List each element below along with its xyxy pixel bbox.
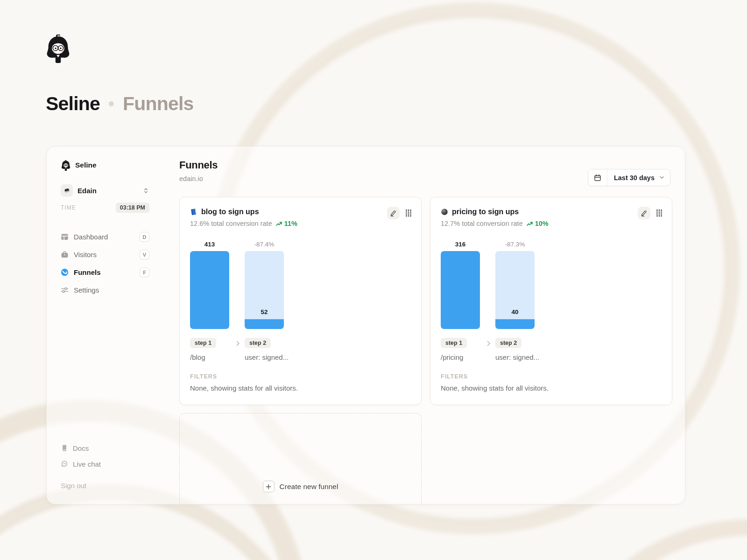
step1-label: /pricing bbox=[441, 353, 480, 361]
create-new-funnel-label: Create new funnel bbox=[280, 483, 338, 491]
trend-value: 11% bbox=[284, 220, 297, 227]
page-heading-brand: Seline bbox=[46, 93, 100, 115]
page-heading: Seline Funnels bbox=[46, 93, 194, 115]
shortcut-key-badge: D bbox=[140, 232, 149, 242]
step2-label: user: signed... bbox=[245, 353, 284, 361]
filters-text: None, showing stats for all visitors. bbox=[441, 384, 549, 392]
chevron-down-icon bbox=[659, 176, 664, 179]
filters-label: FILTERS bbox=[190, 373, 298, 380]
docs-icon bbox=[61, 444, 68, 452]
moon-icon bbox=[441, 208, 448, 216]
time-value-badge: 03:18 PM bbox=[116, 203, 149, 213]
sign-out-link[interactable]: Sign out bbox=[61, 482, 101, 490]
step2-label: user: signed... bbox=[495, 353, 535, 361]
funnel-chart: 316 step 1 /pricing -87.3% bbox=[441, 241, 662, 367]
sidebar-item-label: Funnels bbox=[74, 268, 101, 276]
breadcrumb-separator-dot bbox=[109, 101, 114, 106]
step1-badge: step 1 bbox=[190, 338, 216, 348]
funnel-filters: FILTERS None, showing stats for all visi… bbox=[190, 373, 298, 392]
chevron-right-icon bbox=[487, 341, 491, 346]
date-range-value[interactable]: Last 30 days bbox=[607, 174, 659, 182]
funnel-bar-step2: 40 bbox=[495, 251, 535, 329]
plus-icon bbox=[263, 481, 275, 492]
funnel-card-header: pricing to sign ups 12.7% total conversi… bbox=[441, 207, 549, 228]
shortcut-key-badge: F bbox=[140, 267, 149, 277]
sidebar-item-label: Docs bbox=[73, 444, 89, 452]
funnel-filters: FILTERS None, showing stats for all visi… bbox=[441, 373, 549, 392]
sidebar-item-dashboard[interactable]: Dashboard D bbox=[61, 230, 149, 244]
step1-badge: step 1 bbox=[441, 338, 467, 348]
shortcut-key-badge: V bbox=[140, 250, 149, 259]
sidebar-nav: Dashboard D Visitors V bbox=[61, 230, 149, 297]
step2-drop-percent: -87.3% bbox=[495, 241, 535, 248]
visitors-icon bbox=[61, 251, 69, 259]
conversion-rate-text: 12.7% total conversion rate bbox=[441, 220, 523, 227]
funnel-bar-step2-fill bbox=[495, 319, 535, 329]
dashboard-icon bbox=[61, 233, 69, 241]
step2-value: 40 bbox=[495, 308, 535, 316]
edit-funnel-button[interactable] bbox=[638, 207, 650, 219]
sidebar-item-label: Dashboard bbox=[74, 233, 108, 241]
workspace-name: Edain bbox=[78, 187, 97, 195]
drag-handle-icon[interactable] bbox=[405, 209, 412, 217]
step1-label: /blog bbox=[190, 353, 229, 361]
funnel-bar-step1 bbox=[441, 251, 480, 329]
step2-badge: step 2 bbox=[245, 338, 271, 348]
filters-label: FILTERS bbox=[441, 373, 549, 380]
sidebar-footer: Docs Live chat Sign out bbox=[61, 442, 101, 490]
funnel-bar-step2: 52 bbox=[245, 251, 284, 329]
funnel-title: blog to sign ups bbox=[201, 208, 259, 216]
sidebar-brand: Seline bbox=[61, 160, 149, 171]
step2-badge: step 2 bbox=[495, 338, 521, 348]
edit-funnel-button[interactable] bbox=[387, 207, 400, 219]
seline-logo-small-icon bbox=[61, 160, 71, 171]
filters-text: None, showing stats for all visitors. bbox=[190, 384, 298, 392]
funnel-card-header: blog to sign ups 12.6% total conversion … bbox=[190, 207, 297, 228]
funnel-cards-row: blog to sign ups 12.6% total conversion … bbox=[179, 197, 672, 405]
trend-up-icon bbox=[276, 221, 282, 226]
chevron-right-icon bbox=[236, 341, 240, 346]
blue-book-icon bbox=[190, 208, 197, 216]
sidebar-item-visitors[interactable]: Visitors V bbox=[61, 247, 149, 261]
time-label: TIME bbox=[61, 204, 76, 211]
sidebar-brand-name: Seline bbox=[75, 161, 97, 169]
funnel-title: pricing to sign ups bbox=[452, 208, 519, 216]
sidebar-item-label: Live chat bbox=[73, 460, 101, 468]
funnel-card-blog: blog to sign ups 12.6% total conversion … bbox=[179, 197, 422, 405]
settings-icon bbox=[61, 286, 69, 294]
page-heading-section: Funnels bbox=[123, 93, 194, 115]
app-card: Seline Edain bbox=[46, 146, 685, 504]
date-range-filter[interactable]: Last 30 days bbox=[588, 169, 670, 186]
page: Seline Funnels bbox=[0, 0, 747, 560]
chat-bubble-icon bbox=[61, 460, 68, 468]
step1-value: 316 bbox=[441, 241, 480, 248]
workspace-icon bbox=[61, 184, 73, 196]
create-new-funnel-button[interactable]: Create new funnel bbox=[179, 413, 422, 504]
sidebar-item-label: Visitors bbox=[74, 251, 97, 259]
step2-drop-percent: -87.4% bbox=[245, 241, 284, 248]
funnel-bar-step1 bbox=[190, 251, 229, 329]
funnel-card-pricing: pricing to sign ups 12.7% total conversi… bbox=[430, 197, 672, 405]
sidebar: Seline Edain bbox=[61, 160, 149, 297]
funnel-bar-step2-fill bbox=[245, 319, 284, 329]
sidebar-item-settings[interactable]: Settings bbox=[61, 283, 149, 297]
seline-logo bbox=[45, 35, 71, 63]
sidebar-item-funnels[interactable]: Funnels F bbox=[61, 265, 149, 279]
funnel-chart: 413 step 1 /blog -87.4% bbox=[190, 241, 411, 367]
sidebar-item-live-chat[interactable]: Live chat bbox=[61, 458, 101, 469]
workspace-switcher[interactable]: Edain bbox=[61, 184, 149, 197]
trend-value: 10% bbox=[535, 220, 549, 227]
step1-value: 413 bbox=[190, 241, 229, 248]
conversion-rate-text: 12.6% total conversion rate bbox=[190, 220, 272, 227]
calendar-button[interactable] bbox=[588, 169, 607, 186]
sidebar-item-docs[interactable]: Docs bbox=[61, 442, 101, 454]
drag-handle-icon[interactable] bbox=[656, 209, 662, 217]
time-row: TIME 03:18 PM bbox=[61, 202, 149, 214]
trend-up-icon bbox=[527, 221, 533, 226]
step2-value: 52 bbox=[245, 308, 284, 316]
chevron-up-down-icon bbox=[143, 188, 148, 194]
funnels-icon bbox=[61, 268, 69, 276]
sidebar-item-label: Settings bbox=[74, 286, 99, 294]
main-content: Funnels edain.io Last 30 days bbox=[179, 147, 670, 504]
